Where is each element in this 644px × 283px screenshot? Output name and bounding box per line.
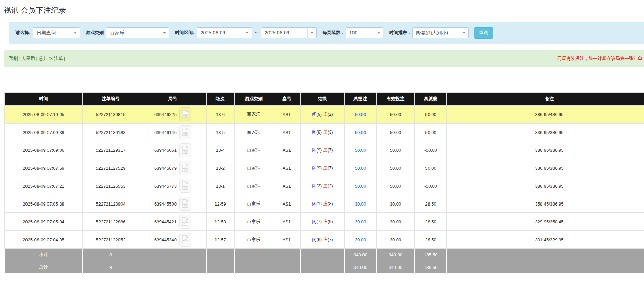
total-bet-link[interactable]: 50.00: [355, 112, 366, 117]
result-banker-score: (7): [328, 165, 333, 170]
cell-game-category: 百家乐: [234, 141, 273, 159]
result-player-score: (6): [316, 237, 322, 242]
result-player-score: (9): [316, 112, 322, 117]
page-size-select[interactable]: 100: [346, 27, 383, 38]
cell-session: 12-57: [206, 231, 234, 249]
search-button[interactable]: 查询: [474, 27, 493, 39]
cell-valid-bet: 30.00: [376, 195, 415, 213]
page-size-value: 100: [346, 28, 374, 38]
result-player-score: (8): [316, 129, 322, 135]
video-replay-button[interactable]: [179, 179, 191, 193]
grandtotal-row-empty-cell: [206, 261, 234, 273]
cell-game-category: 百家乐: [234, 231, 273, 249]
subtotal-row-empty-cell: [206, 249, 234, 261]
cell-time: 2025-08-09 07:10:05: [5, 105, 82, 123]
cell-valid-bet: 50.00: [376, 177, 415, 195]
cell-game-category: 百家乐: [234, 105, 273, 123]
column-header-valid-bet: 有效投注: [376, 92, 415, 105]
cell-result: 闲(9) 庄(7): [300, 141, 345, 159]
cell-valid-bet: 50.00: [376, 141, 415, 159]
cell-session: 13-4: [206, 141, 234, 159]
total-bet-link[interactable]: 30.00: [355, 201, 366, 207]
result-player-score: (9): [316, 147, 322, 153]
video-replay-button[interactable]: [179, 143, 191, 157]
subtotal-row-empty-cell: [300, 249, 345, 261]
round-id-wrap: 639445879: [154, 161, 191, 175]
result-banker-score: (9): [328, 219, 333, 224]
video-replay-button[interactable]: [179, 215, 191, 229]
table-row: 2025-08-09 07:09:39522721130183639446145…: [5, 123, 644, 141]
date-to-select[interactable]: 2025-08-09: [261, 27, 317, 38]
result-banker-score: (2): [328, 183, 333, 188]
cell-bet-id: 522721126553: [82, 177, 139, 195]
cell-game-category: 百家乐: [234, 159, 273, 177]
date-to-value: 2025-08-09: [261, 28, 307, 38]
page-size-dropdown-button[interactable]: [374, 28, 383, 38]
result-player-label: 闲: [312, 129, 316, 135]
video-replay-button[interactable]: [179, 125, 191, 139]
date-to-dropdown-button[interactable]: [307, 28, 316, 38]
cell-bet-id: 522721129317: [82, 141, 139, 159]
grandtotal-row-empty-cell: [139, 261, 206, 273]
game-category-dropdown-button[interactable]: [160, 28, 169, 38]
grandtotal-row-label: 总计: [5, 261, 82, 273]
cell-bet-id: 522721122886: [82, 213, 139, 231]
result-banker-label: 庄: [323, 219, 328, 224]
total-bet-link[interactable]: 50.00: [355, 130, 366, 135]
video-replay-button[interactable]: [179, 197, 191, 211]
total-bet-link[interactable]: 30.00: [355, 219, 366, 224]
round-id-number: 639445773: [154, 184, 177, 189]
range-tilde: ~: [255, 30, 258, 35]
cell-remark: 329.95/358.45: [447, 213, 644, 231]
cell-bet-id: 522721130815: [82, 105, 139, 123]
time-sort-dropdown-button[interactable]: [460, 28, 468, 38]
time-sort-value: 降幂(由大到小): [413, 28, 460, 38]
total-bet-link[interactable]: 50.00: [355, 166, 366, 171]
cell-total-bet: 30.00: [345, 213, 376, 231]
result-banker-label: 庄: [323, 129, 328, 135]
date-from-select[interactable]: 2025-08-09: [197, 27, 252, 38]
cell-total-bet: 30.00: [345, 195, 376, 213]
video-replay-button[interactable]: [179, 233, 191, 247]
column-header-round-id: 局号: [139, 92, 206, 105]
total-bet-link[interactable]: 50.00: [355, 148, 366, 153]
date-from-dropdown-button[interactable]: [243, 28, 252, 38]
time-sort-select[interactable]: 降幂(由大到小): [412, 27, 469, 38]
column-header-bet-id: 注单编号: [82, 92, 139, 105]
page-size-label: 每页笔数 :: [323, 30, 343, 36]
total-bet-link[interactable]: 50.00: [355, 184, 366, 189]
currency-total-text: 币别 : 人民币 | 总共 :8 注单 |: [9, 55, 65, 62]
result-player-label: 闲: [312, 147, 316, 153]
result-player-label: 闲: [312, 201, 316, 206]
cell-session: 13-5: [206, 123, 234, 141]
total-bet-link[interactable]: 30.00: [355, 237, 366, 242]
film-document-icon: [182, 110, 189, 119]
round-id-number: 639445340: [154, 237, 177, 242]
cell-table-no: AS1: [273, 123, 300, 141]
round-id-number: 639445879: [154, 166, 177, 171]
cell-session: 12-58: [206, 213, 234, 231]
result-player-label: 闲: [312, 165, 316, 170]
cell-payout: -50.00: [415, 141, 447, 159]
round-id-number: 639445421: [154, 219, 177, 224]
result-banker-label: 庄: [323, 165, 328, 170]
column-header-result: 结果: [300, 92, 345, 105]
video-replay-button[interactable]: [179, 161, 191, 175]
subtotal-row-empty-cell: [139, 249, 206, 261]
result-banker-label: 庄: [323, 183, 328, 188]
film-document-icon: [182, 181, 189, 191]
result-player-score: (3): [316, 183, 322, 188]
grandtotal-row-payout: 135.50: [415, 261, 447, 273]
game-category-select[interactable]: 百家乐: [106, 27, 169, 38]
result-player-score: (9): [316, 165, 322, 170]
cell-total-bet: 30.00: [345, 231, 376, 249]
cell-payout: 28.50: [415, 195, 447, 213]
game-category-value: 百家乐: [106, 28, 160, 38]
query-type-select[interactable]: 日期查询: [33, 27, 80, 38]
subtotal-row-empty-cell: [447, 249, 644, 261]
cell-remark: 386.95/436.95: [447, 105, 644, 123]
video-replay-button[interactable]: [179, 107, 191, 121]
query-type-dropdown-button[interactable]: [71, 28, 80, 38]
round-id-number: 639446145: [154, 130, 177, 135]
column-header-session: 场次: [206, 92, 234, 105]
